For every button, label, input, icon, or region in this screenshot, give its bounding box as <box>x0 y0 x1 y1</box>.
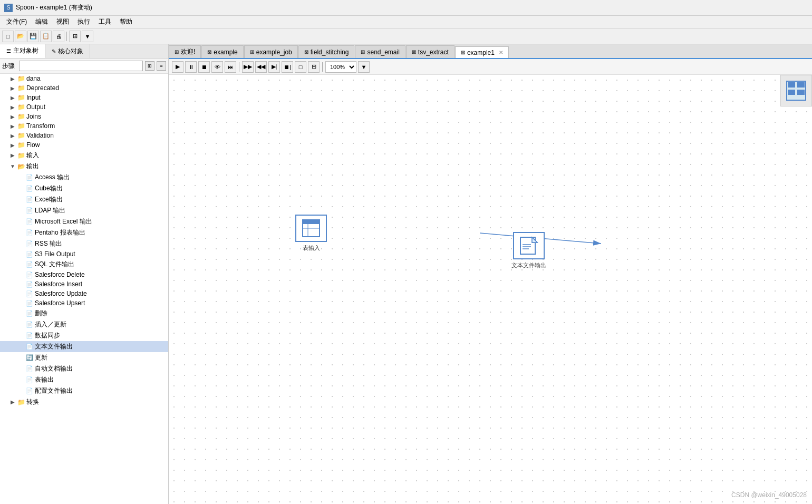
tree-item-joins[interactable]: ▶ 📁 Joins <box>0 112 168 121</box>
tree-item-excel[interactable]: ▶ 📄 Excel输出 <box>0 194 168 205</box>
canvas-preview[interactable]: 👁 <box>211 61 223 73</box>
canvas-fwdstep[interactable]: ▶| <box>268 61 280 73</box>
canvas-db[interactable]: ⊟ <box>308 61 320 73</box>
tree-item-input[interactable]: ▶ 📁 Input <box>0 93 168 102</box>
tree-item-validation[interactable]: ▶ 📁 Validation <box>0 131 168 140</box>
tree-item-pentaho[interactable]: ▶ 📄 Pentaho 报表输出 <box>0 227 168 238</box>
tab-example1-close[interactable]: ✕ <box>499 50 503 55</box>
zoom-select[interactable]: 100% 75% 50% 125% 150% <box>325 61 356 73</box>
tree-item-textout[interactable]: ▶ 📄 文本文件输出 <box>0 341 168 352</box>
tree-item-sfinsert[interactable]: ▶ 📄 Salesforce Insert <box>0 279 168 289</box>
toggle-transform[interactable]: ▶ <box>8 123 17 129</box>
zoom-dropdown[interactable]: ▼ <box>358 61 370 73</box>
toolbar-save[interactable]: 💾 <box>27 31 39 42</box>
search-input[interactable] <box>19 61 143 71</box>
tree-item-transform[interactable]: ▶ 📁 Transform <box>0 121 168 131</box>
label-transform2: 转换 <box>26 398 39 406</box>
node-table-input[interactable]: 表输入 <box>295 215 327 252</box>
label-pentaho: Pentaho 报表输出 <box>35 228 85 237</box>
tab-send-email[interactable]: ⊞ send_email <box>355 45 405 58</box>
menu-view[interactable]: 视图 <box>52 16 73 27</box>
tree-item-dana[interactable]: ▶ 📁 dana <box>0 74 168 83</box>
tree-item-msexcel[interactable]: ▶ 📄 Microsoft Excel 输出 <box>0 216 168 227</box>
node-text-output[interactable]: 文本文件输出 <box>511 232 546 269</box>
menu-help[interactable]: 帮助 <box>115 16 137 27</box>
tree-item-s3[interactable]: ▶ 📄 S3 File Output <box>0 249 168 259</box>
label-sfupdate: Salesforce Update <box>35 290 87 297</box>
canvas-next[interactable]: ⏭ <box>225 61 236 73</box>
menu-run[interactable]: 执行 <box>73 16 94 27</box>
canvas[interactable]: 表输入 文本文件输出 <box>169 75 812 504</box>
search-btn-1[interactable]: ⊞ <box>145 61 154 71</box>
tab-field-stitching-icon: ⊠ <box>304 49 308 55</box>
node-table-input-box[interactable] <box>295 215 327 242</box>
toolbar: □ 📂 💾 📋 🖨 ⊞ ▼ <box>0 28 812 44</box>
file-icon-sfdelete: 📄 <box>25 272 34 278</box>
tree-item-ldap[interactable]: ▶ 📄 LDAP 输出 <box>0 205 168 216</box>
tree-item-output2[interactable]: ▼ 📂 输出 <box>0 161 168 172</box>
toolbar-open[interactable]: 📂 <box>15 31 26 42</box>
toolbar-dropdown[interactable]: ▼ <box>82 31 93 42</box>
svg-rect-11 <box>788 82 795 88</box>
canvas-stop[interactable]: ⏹ <box>198 61 210 73</box>
menu-tools[interactable]: 工具 <box>94 16 115 27</box>
tab-core-objects[interactable]: ✎ 核心对象 <box>45 44 90 58</box>
canvas-ff[interactable]: ▶▶ <box>242 61 254 73</box>
tab-example[interactable]: ⊠ example <box>201 45 243 58</box>
toggle-joins[interactable]: ▶ <box>8 114 17 120</box>
canvas-pause[interactable]: ⏸ <box>185 61 197 73</box>
search-btn-2[interactable]: ≡ <box>157 61 166 71</box>
canvas-rw[interactable]: ◀◀ <box>255 61 267 73</box>
tree-item-sfupsert[interactable]: ▶ 📄 Salesforce Upsert <box>0 298 168 308</box>
node-text-output-box[interactable] <box>513 232 545 259</box>
toggle-deprecated[interactable]: ▶ <box>8 85 17 91</box>
tree-item-deprecated[interactable]: ▶ 📁 Deprecated <box>0 83 168 93</box>
canvas-run[interactable]: ▶ <box>172 61 183 73</box>
toggle-validation[interactable]: ▶ <box>8 133 17 139</box>
tree-item-update[interactable]: ▶ 🔄 更新 <box>0 352 168 363</box>
menu-edit[interactable]: 编辑 <box>31 16 52 27</box>
tree-item-input2[interactable]: ▶ 📁 输入 <box>0 150 168 161</box>
tree-item-sfupdate[interactable]: ▶ 📄 Salesforce Update <box>0 289 168 298</box>
tree-item-transform2[interactable]: ▶ 📁 转换 <box>0 396 168 408</box>
tree-item-tableout[interactable]: ▶ 📄 表输出 <box>0 374 168 385</box>
label-cube: Cube输出 <box>35 184 63 193</box>
toggle-output[interactable]: ▶ <box>8 104 17 110</box>
tab-main-objects[interactable]: ☰ 主对象树 <box>0 44 45 58</box>
tree-item-output[interactable]: ▶ 📁 Output <box>0 102 168 112</box>
toggle-flow[interactable]: ▶ <box>8 142 17 148</box>
menu-file[interactable]: 文件(F) <box>2 16 31 27</box>
canvas-snapshot[interactable]: □ <box>295 61 306 73</box>
toggle-output2[interactable]: ▼ <box>8 163 17 169</box>
toggle-dana[interactable]: ▶ <box>8 76 17 82</box>
tab-example-job[interactable]: ⊞ example_job <box>244 45 298 58</box>
tab-tsv-extract[interactable]: ⊠ tsv_extract <box>406 45 455 58</box>
toggle-input2[interactable]: ▶ <box>8 152 17 158</box>
tree-item-datasync[interactable]: ▶ 📄 数据同步 <box>0 330 168 341</box>
folder-icon-flow: 📁 <box>17 141 25 149</box>
tree-item-autodoc[interactable]: ▶ 📄 自动文档输出 <box>0 363 168 374</box>
toggle-input[interactable]: ▶ <box>8 95 17 101</box>
label-textout: 文本文件输出 <box>35 342 73 351</box>
label-joins: Joins <box>26 113 41 120</box>
tab-welcome[interactable]: ⊞ 欢迎! <box>169 45 201 58</box>
toolbar-layers[interactable]: ⊞ <box>69 31 81 42</box>
tree-container[interactable]: ▶ 📁 dana ▶ 📁 Deprecated ▶ 📁 Input ▶ <box>0 74 168 504</box>
main-area: ☰ 主对象树 ✎ 核心对象 步骤 ⊞ ≡ ▶ 📁 dana <box>0 44 812 504</box>
tree-item-configout[interactable]: ▶ 📄 配置文件输出 <box>0 385 168 396</box>
tree-item-cube[interactable]: ▶ 📄 Cube输出 <box>0 183 168 194</box>
canvas-stopstep[interactable]: ⏹| <box>282 61 293 73</box>
tab-example1[interactable]: ⊠ example1 ✕ <box>455 46 509 59</box>
tab-field-stitching[interactable]: ⊠ field_stitching <box>298 45 355 58</box>
toolbar-new[interactable]: □ <box>2 31 14 42</box>
toolbar-saveas[interactable]: 📋 <box>40 31 52 42</box>
tree-item-rss[interactable]: ▶ 📄 RSS 输出 <box>0 238 168 249</box>
tree-item-access[interactable]: ▶ 📄 Access 输出 <box>0 172 168 183</box>
tree-item-sfdelete[interactable]: ▶ 📄 Salesforce Delete <box>0 270 168 279</box>
tree-item-delete[interactable]: ▶ 📄 删除 <box>0 308 168 319</box>
tree-item-sql[interactable]: ▶ 📄 SQL 文件输出 <box>0 259 168 270</box>
tree-item-insertupdate[interactable]: ▶ 📄 插入／更新 <box>0 319 168 330</box>
toggle-transform2[interactable]: ▶ <box>8 399 17 405</box>
tree-item-flow[interactable]: ▶ 📁 Flow <box>0 140 168 150</box>
toolbar-print[interactable]: 🖨 <box>53 31 64 42</box>
